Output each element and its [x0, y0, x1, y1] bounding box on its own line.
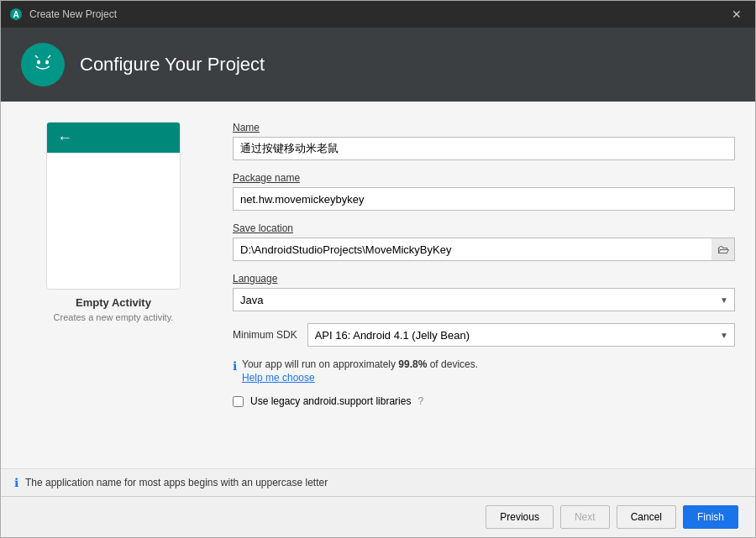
language-group: Language Java Kotlin ▼: [233, 273, 735, 311]
save-location-group: Save location 🗁: [233, 222, 735, 261]
cancel-button[interactable]: Cancel: [617, 505, 676, 529]
warning-info-icon: ℹ: [14, 476, 18, 489]
minimum-sdk-label: Minimum SDK: [233, 329, 297, 341]
back-arrow-icon: ←: [57, 129, 72, 147]
header-title: Configure Your Project: [80, 54, 265, 76]
help-me-choose-link[interactable]: Help me choose: [242, 372, 478, 384]
save-location-input[interactable]: [233, 238, 735, 261]
legacy-checkbox-row: Use legacy android.support libraries ?: [233, 395, 735, 407]
package-label: Package name: [233, 172, 735, 184]
svg-text:A: A: [13, 10, 18, 19]
close-button[interactable]: ✕: [727, 6, 747, 23]
next-button[interactable]: Next: [560, 505, 610, 529]
devices-info-box: ℹ Your app will run on approximately 99.…: [233, 358, 735, 384]
name-input[interactable]: [233, 137, 735, 160]
warning-text: The application name for most apps begin…: [25, 477, 328, 488]
form-panel: Name Package name Save location 🗁 Langua…: [233, 122, 735, 448]
activity-description: Creates a new empty activity.: [54, 312, 174, 322]
finish-button[interactable]: Finish: [683, 505, 738, 529]
help-circle-icon[interactable]: ?: [417, 395, 423, 407]
language-select-wrapper: Java Kotlin ▼: [233, 288, 735, 311]
minimum-sdk-select[interactable]: API 16: Android 4.1 (Jelly Bean) API 21:…: [307, 323, 735, 347]
name-label: Name: [233, 122, 735, 133]
warning-bar: ℹ The application name for most apps beg…: [1, 468, 755, 496]
svg-point-2: [30, 52, 55, 77]
info-circle-icon: ℹ: [233, 359, 237, 373]
previous-button[interactable]: Previous: [486, 505, 554, 529]
android-logo-icon: [29, 51, 56, 78]
info-suffix: of devices.: [427, 358, 478, 370]
legacy-checkbox-label: Use legacy android.support libraries: [250, 395, 411, 407]
name-group: Name: [233, 122, 735, 160]
minimum-sdk-row: Minimum SDK API 16: Android 4.1 (Jelly B…: [233, 323, 735, 347]
devices-percent: 99.8%: [398, 358, 427, 370]
folder-browse-button[interactable]: 🗁: [711, 238, 735, 261]
package-group: Package name: [233, 172, 735, 211]
title-bar: A Create New Project ✕: [1, 1, 755, 28]
header-logo: [21, 43, 65, 86]
phone-preview: ←: [46, 122, 181, 290]
info-prefix: Your app will run on approximately: [242, 358, 398, 370]
devices-info-text: Your app will run on approximately 99.8%…: [242, 358, 478, 384]
title-bar-text: Create New Project: [29, 8, 727, 20]
svg-point-3: [37, 60, 40, 65]
language-select[interactable]: Java Kotlin: [233, 288, 735, 311]
app-icon: A: [9, 8, 23, 21]
activity-name: Empty Activity: [76, 296, 151, 309]
save-location-wrapper: 🗁: [233, 238, 735, 261]
dialog-header: Configure Your Project: [1, 28, 755, 102]
svg-point-4: [45, 60, 49, 65]
main-content: ← Empty Activity Creates a new empty act…: [1, 102, 755, 468]
preview-header: ←: [47, 123, 180, 153]
language-label: Language: [233, 273, 735, 285]
save-location-label: Save location: [233, 222, 735, 234]
package-input[interactable]: [233, 187, 735, 211]
sdk-select-wrapper: API 16: Android 4.1 (Jelly Bean) API 21:…: [307, 323, 735, 347]
folder-icon: 🗁: [717, 243, 729, 256]
left-panel: ← Empty Activity Creates a new empty act…: [21, 122, 206, 448]
legacy-checkbox[interactable]: [233, 396, 244, 407]
dialog-footer: Previous Next Cancel Finish: [1, 496, 755, 537]
